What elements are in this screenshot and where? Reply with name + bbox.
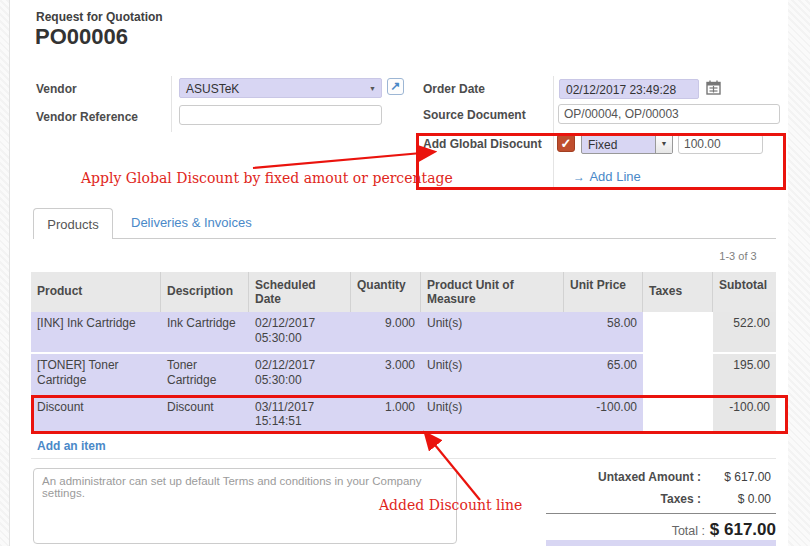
- open-record-button[interactable]: ↗: [387, 78, 404, 95]
- cell-product[interactable]: [INK] Ink Cartridge: [31, 312, 161, 352]
- col-description[interactable]: Description: [161, 272, 249, 312]
- tab-deliveries-invoices[interactable]: Deliveries & Invoices: [131, 215, 252, 230]
- untaxed-amount-value: $ 617.00: [706, 470, 771, 484]
- col-subtotal[interactable]: Subtotal: [713, 272, 776, 312]
- select-caret-icon: ▼: [655, 135, 672, 153]
- check-icon: ✓: [561, 136, 572, 151]
- document-type-label: Request for Quotation: [36, 10, 163, 24]
- global-discount-label: Add Global Disocunt: [423, 137, 542, 151]
- cell-scheduled-date[interactable]: 02/12/2017 05:30:00: [249, 354, 351, 396]
- table-header: Product Description Scheduled Date Quant…: [31, 272, 776, 312]
- right-group-separator: [553, 76, 554, 190]
- external-link-icon: ↗: [390, 79, 400, 93]
- vendor-select[interactable]: ASUSTeK ▼: [179, 78, 382, 98]
- add-line-link[interactable]: → Add Line: [573, 167, 641, 185]
- page-title: PO00006: [35, 24, 128, 50]
- chevron-down-icon: ▼: [369, 85, 376, 92]
- cell-unit-price[interactable]: 65.00: [564, 354, 643, 396]
- calendar-icon[interactable]: [706, 80, 721, 99]
- order-date-label: Order Date: [423, 82, 485, 96]
- vendor-reference-label: Vendor Reference: [36, 110, 138, 124]
- cell-taxes[interactable]: [643, 312, 713, 352]
- discount-type-value: Fixed: [588, 138, 617, 152]
- cell-product[interactable]: Discount: [31, 398, 161, 431]
- cell-quantity[interactable]: 1.000: [351, 398, 421, 431]
- cell-description[interactable]: Toner Cartridge: [161, 354, 249, 396]
- col-unit-price[interactable]: Unit Price: [564, 272, 643, 312]
- cell-product[interactable]: [TONER] Toner Cartridge: [31, 354, 161, 396]
- order-date-value: 02/12/2017 23:49:28: [566, 83, 676, 97]
- cutoff-highlight-strip: [546, 540, 776, 546]
- pager[interactable]: 1-3 of 3: [700, 250, 776, 262]
- total-separator-line: [546, 513, 776, 514]
- vendor-label: Vendor: [36, 82, 77, 96]
- global-discount-checkbox[interactable]: ✓: [557, 134, 575, 152]
- table-body: [INK] Ink Cartridge Ink Cartridge 02/12/…: [31, 312, 776, 433]
- list-bottom-border: [31, 458, 776, 459]
- col-uom[interactable]: Product Unit of Measure: [421, 272, 564, 312]
- cell-uom[interactable]: Unit(s): [421, 398, 564, 431]
- cell-scheduled-date[interactable]: 02/12/2017 05:30:00: [249, 312, 351, 352]
- cell-taxes[interactable]: [643, 354, 713, 396]
- untaxed-amount-label: Untaxed Amount :: [581, 470, 701, 484]
- tab-products-label: Products: [47, 217, 98, 232]
- source-document-input[interactable]: [558, 104, 780, 124]
- table-row[interactable]: [TONER] Toner Cartridge Toner Cartridge …: [31, 354, 776, 396]
- source-document-label: Source Document: [423, 108, 526, 122]
- annotation-text-global-discount: Apply Global Discount by fixed amout or …: [81, 170, 453, 186]
- annotation-text-discount-line: Added Discount line: [379, 497, 522, 513]
- cell-description[interactable]: Ink Cartridge: [161, 312, 249, 352]
- vendor-reference-input[interactable]: [179, 105, 382, 125]
- cell-subtotal[interactable]: -100.00: [713, 398, 776, 431]
- form-sheet: Request for Quotation PO00006 Vendor ASU…: [9, 0, 788, 546]
- tab-bar-line: [33, 238, 776, 239]
- table-row[interactable]: [INK] Ink Cartridge Ink Cartridge 02/12/…: [31, 312, 776, 352]
- col-taxes[interactable]: Taxes: [643, 272, 713, 312]
- cell-scheduled-date[interactable]: 03/11/2017 15:14:51: [249, 398, 351, 431]
- table-row-discount[interactable]: Discount Discount 03/11/2017 15:14:51 1.…: [31, 398, 776, 431]
- cell-description[interactable]: Discount: [161, 398, 249, 431]
- cell-uom[interactable]: Unit(s): [421, 354, 564, 396]
- taxes-label: Taxes :: [581, 492, 701, 506]
- cell-subtotal[interactable]: 522.00: [713, 312, 776, 352]
- taxes-value: $ 0.00: [706, 492, 771, 506]
- vendor-value: ASUSTeK: [186, 82, 239, 96]
- order-date-field[interactable]: 02/12/2017 23:49:28: [559, 79, 699, 99]
- cell-subtotal[interactable]: 195.00: [713, 354, 776, 396]
- cell-unit-price[interactable]: -100.00: [564, 398, 643, 431]
- discount-amount-input[interactable]: [678, 134, 763, 154]
- cell-quantity[interactable]: 9.000: [351, 312, 421, 352]
- cell-quantity[interactable]: 3.000: [351, 354, 421, 396]
- cell-taxes[interactable]: [643, 398, 713, 431]
- left-group-separator: [171, 76, 172, 132]
- col-quantity[interactable]: Quantity: [351, 272, 421, 312]
- cell-uom[interactable]: Unit(s): [421, 312, 564, 352]
- add-line-label: Add Line: [589, 169, 640, 184]
- tab-products[interactable]: Products: [33, 208, 113, 239]
- add-an-item-link[interactable]: Add an item: [37, 439, 106, 453]
- cell-unit-price[interactable]: 58.00: [564, 312, 643, 352]
- col-scheduled-date[interactable]: Scheduled Date: [249, 272, 351, 312]
- discount-type-select[interactable]: Fixed ▼: [581, 134, 673, 154]
- col-product[interactable]: Product: [31, 272, 161, 312]
- total-value: $ 617.00: [650, 520, 776, 540]
- add-line-arrow-icon: →: [573, 170, 585, 184]
- terms-note-text: An administrator can set up default Term…: [42, 475, 422, 499]
